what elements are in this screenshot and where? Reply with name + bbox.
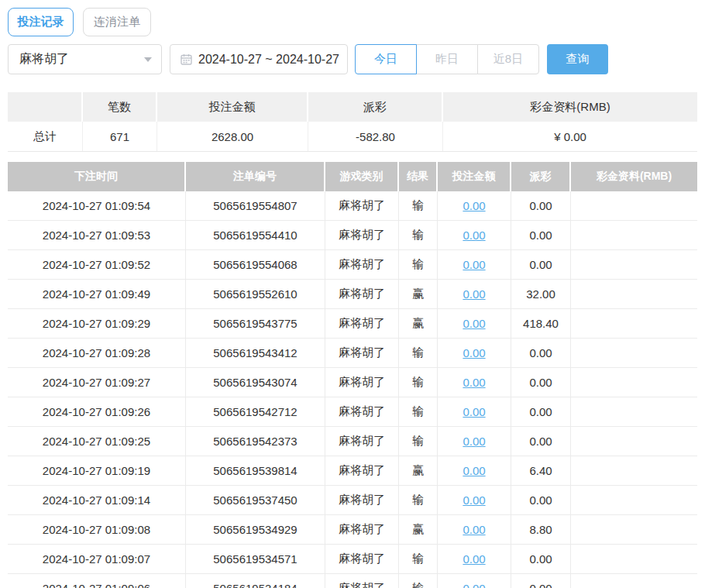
cell-bonus <box>571 545 697 573</box>
cell-bet-time: 2024-10-27 01:09:07 <box>8 545 186 573</box>
cell-game-type: 麻将胡了 <box>325 339 399 367</box>
cell-bet-time: 2024-10-27 01:09:54 <box>8 191 186 220</box>
bet-amount-link[interactable]: 0.00 <box>463 346 485 359</box>
cell-game-type: 麻将胡了 <box>325 250 399 279</box>
bet-amount-link[interactable]: 0.00 <box>463 317 485 330</box>
summary-total-bonus: ¥ 0.00 <box>443 122 697 151</box>
cell-payout: 8.80 <box>511 515 571 544</box>
bet-amount-link[interactable]: 0.00 <box>463 493 485 507</box>
cell-result: 输 <box>399 545 438 573</box>
cell-result: 输 <box>399 574 438 588</box>
summary-header-blank <box>8 92 83 122</box>
cell-result: 输 <box>399 486 438 514</box>
cell-result: 赢 <box>399 456 438 485</box>
cell-order-id: 5065619554807 <box>186 191 325 220</box>
summary-header-bonus: 彩金资料(RMB) <box>443 92 697 122</box>
cell-order-id: 5065619534571 <box>186 545 325 573</box>
cell-bet-amount: 0.00 <box>438 427 511 456</box>
table-row: 2024-10-27 01:09:26 5065619542712 麻将胡了 输… <box>8 397 697 427</box>
cell-bet-time: 2024-10-27 01:09:28 <box>8 339 186 367</box>
bet-amount-link[interactable]: 0.00 <box>463 287 485 301</box>
cell-result: 输 <box>399 339 438 367</box>
cell-game-type: 麻将胡了 <box>325 456 399 485</box>
cell-bet-time: 2024-10-27 01:09:14 <box>8 486 186 514</box>
bet-amount-link[interactable]: 0.00 <box>463 229 485 242</box>
cell-payout: 0.00 <box>511 486 571 514</box>
cell-result: 输 <box>399 397 438 426</box>
cell-payout: 6.40 <box>511 456 571 485</box>
cell-payout: 0.00 <box>511 545 571 573</box>
cell-order-id: 5065619534184 <box>186 574 325 588</box>
cell-order-id: 5065619543775 <box>186 309 325 338</box>
cell-bet-amount: 0.00 <box>438 574 511 588</box>
quick-range-yesterday-button[interactable]: 昨日 <box>416 44 478 74</box>
cell-result: 赢 <box>399 309 438 338</box>
cell-game-type: 麻将胡了 <box>325 574 399 588</box>
bet-table: 下注时间 注单编号 游戏类别 结果 投注金额 派彩 彩金资料(RMB) 2024… <box>8 162 697 588</box>
cell-result: 输 <box>399 427 438 456</box>
cell-bonus <box>571 221 697 249</box>
cell-bet-amount: 0.00 <box>438 368 511 397</box>
summary-header-row: 笔数 投注金额 派彩 彩金资料(RMB) <box>8 92 697 122</box>
query-button[interactable]: 查询 <box>547 44 608 74</box>
cell-bet-time: 2024-10-27 01:09:53 <box>8 221 186 249</box>
bet-amount-link[interactable]: 0.00 <box>463 376 485 389</box>
date-range-value: 2024-10-27 ~ 2024-10-27 <box>198 53 339 67</box>
cell-bonus <box>571 309 697 338</box>
cell-bonus <box>571 486 697 514</box>
table-row: 2024-10-27 01:09:06 5065619534184 麻将胡了 输… <box>8 574 697 588</box>
cell-bet-amount: 0.00 <box>438 309 511 338</box>
cell-bet-time: 2024-10-27 01:09:49 <box>8 280 186 308</box>
cell-game-type: 麻将胡了 <box>325 545 399 573</box>
table-row: 2024-10-27 01:09:08 5065619534929 麻将胡了 赢… <box>8 515 697 545</box>
cell-bonus <box>571 397 697 426</box>
quick-range-today-button[interactable]: 今日 <box>355 44 417 74</box>
summary-header-bet-amount: 投注金额 <box>157 92 308 122</box>
tab-bet-records[interactable]: 投注记录 <box>8 8 74 36</box>
bet-amount-link[interactable]: 0.00 <box>463 523 485 536</box>
bet-amount-link[interactable]: 0.00 <box>463 464 485 477</box>
cell-game-type: 麻将胡了 <box>325 221 399 249</box>
cell-bet-time: 2024-10-27 01:09:08 <box>8 515 186 544</box>
bet-amount-link[interactable]: 0.00 <box>463 199 485 212</box>
cell-bonus <box>571 515 697 544</box>
date-range-input[interactable]: 2024-10-27 ~ 2024-10-27 <box>170 44 348 74</box>
cell-bonus <box>571 368 697 397</box>
cell-order-id: 5065619542712 <box>186 397 325 426</box>
table-row: 2024-10-27 01:09:25 5065619542373 麻将胡了 输… <box>8 427 697 456</box>
cell-order-id: 5065619552610 <box>186 280 325 308</box>
game-select[interactable]: 麻将胡了 <box>8 44 162 74</box>
bet-amount-link[interactable]: 0.00 <box>463 405 485 418</box>
cell-payout: 0.00 <box>511 574 571 588</box>
bet-amount-link[interactable]: 0.00 <box>463 552 485 566</box>
cell-game-type: 麻将胡了 <box>325 280 399 308</box>
cell-game-type: 麻将胡了 <box>325 427 399 456</box>
tab-cancelled-bets[interactable]: 连消注单 <box>83 8 151 36</box>
table-row: 2024-10-27 01:09:49 5065619552610 麻将胡了 赢… <box>8 280 697 309</box>
cell-bet-amount: 0.00 <box>438 515 511 544</box>
table-row: 2024-10-27 01:09:29 5065619543775 麻将胡了 赢… <box>8 309 697 339</box>
cell-result: 输 <box>399 368 438 397</box>
cell-result: 赢 <box>399 280 438 308</box>
bet-amount-link[interactable]: 0.00 <box>463 582 485 588</box>
summary-header-payout: 派彩 <box>308 92 443 122</box>
cell-bonus <box>571 574 697 588</box>
cell-result: 输 <box>399 191 438 220</box>
cell-payout: 418.40 <box>511 309 571 338</box>
cell-bet-time: 2024-10-27 01:09:06 <box>8 574 186 588</box>
header-bonus: 彩金资料(RMB) <box>571 162 697 191</box>
table-row: 2024-10-27 01:09:54 5065619554807 麻将胡了 输… <box>8 191 697 221</box>
cell-bet-amount: 0.00 <box>438 339 511 367</box>
bet-amount-link[interactable]: 0.00 <box>463 258 485 271</box>
table-row: 2024-10-27 01:09:14 5065619537450 麻将胡了 输… <box>8 486 697 515</box>
bet-table-body: 2024-10-27 01:09:54 5065619554807 麻将胡了 输… <box>8 191 697 588</box>
cell-bet-amount: 0.00 <box>438 456 511 485</box>
quick-range-8days-button[interactable]: 近8日 <box>477 44 539 74</box>
cell-bet-amount: 0.00 <box>438 397 511 426</box>
table-row: 2024-10-27 01:09:52 5065619554068 麻将胡了 输… <box>8 250 697 280</box>
bet-amount-link[interactable]: 0.00 <box>463 435 485 448</box>
cell-order-id: 5065619543074 <box>186 368 325 397</box>
cell-bonus <box>571 250 697 279</box>
cell-bet-time: 2024-10-27 01:09:27 <box>8 368 186 397</box>
cell-bonus <box>571 280 697 308</box>
